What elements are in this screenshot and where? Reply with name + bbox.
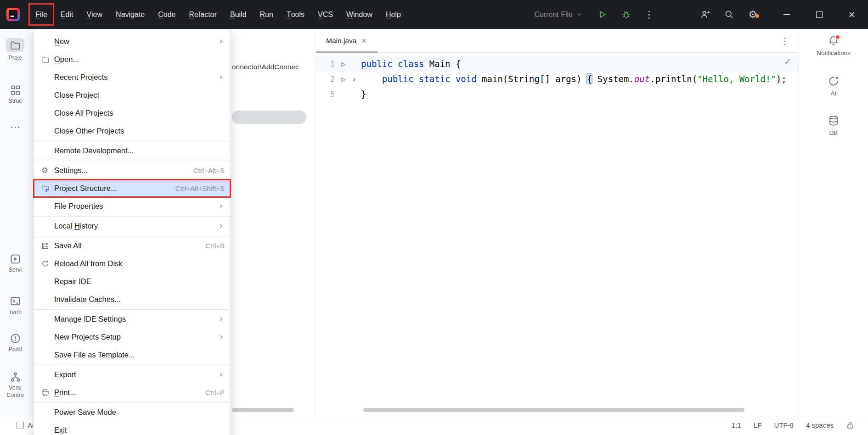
minimize-button[interactable]: [770, 0, 803, 29]
tool-window-button-structure[interactable]: Struc: [0, 85, 30, 105]
code-line: 2▷› public static void main(String[] arg…: [316, 72, 799, 87]
menu-item-local-history[interactable]: Local History: [34, 217, 231, 235]
menu-refactor[interactable]: Refactor: [183, 5, 222, 24]
menu-item-file-properties[interactable]: File Properties: [34, 197, 231, 215]
menu-item-label: Export: [54, 370, 76, 379]
menu-edit[interactable]: Edit: [55, 5, 79, 24]
line-number[interactable]: 2: [316, 72, 335, 87]
printer-icon: [41, 389, 54, 396]
menu-item-exit[interactable]: Exit: [34, 421, 231, 435]
file-encoding[interactable]: UTF-8: [774, 421, 794, 429]
editor-options-icon[interactable]: ⋮: [780, 35, 789, 46]
line-number[interactable]: 1: [316, 56, 335, 72]
code-line: 1▷public class Main {: [316, 56, 799, 72]
tool-window-button-ai-assistant[interactable]: AI: [799, 76, 868, 97]
menu-item-label: Project Structure...: [54, 184, 117, 193]
menu-item-reload-all-from-disk[interactable]: Reload All from Disk: [34, 255, 231, 273]
tool-window-button-notifications[interactable]: Notifications: [799, 35, 868, 56]
menu-item-new-projects-setup[interactable]: New Projects Setup: [34, 328, 231, 346]
tab-main-java[interactable]: Main.java ×: [316, 29, 378, 53]
menu-separator: [34, 402, 231, 403]
menu-item-recent-projects[interactable]: Recent Projects: [34, 68, 231, 86]
menu-item-label: Repair IDE: [54, 277, 91, 286]
gutter-fold-slot: [349, 87, 359, 102]
tool-window-label: DB: [829, 129, 838, 136]
menu-item-settings[interactable]: ⚙Settings...Ctrl+Alt+S: [34, 162, 231, 179]
menu-window[interactable]: Window: [341, 5, 378, 24]
project-horizontal-scrollbar[interactable]: [232, 408, 294, 412]
menu-help[interactable]: Help: [380, 5, 406, 24]
menu-item-open[interactable]: Open...: [34, 50, 231, 68]
tool-window-label: Proje: [8, 55, 22, 62]
menu-item-project-structure[interactable]: Project Structure...Ctrl+Alt+Shift+S: [34, 179, 231, 197]
editor-horizontal-scrollbar[interactable]: [363, 408, 744, 412]
right-tool-strip: NotificationsAIDB: [799, 29, 868, 415]
run-line-icon[interactable]: ▷: [338, 72, 349, 87]
save-icon: [41, 242, 54, 250]
indent-config[interactable]: 4 spaces: [806, 421, 834, 429]
chevron-right-icon: [218, 371, 225, 378]
close-tab-icon[interactable]: ×: [361, 37, 366, 45]
menu-view[interactable]: View: [81, 5, 108, 24]
menu-item-manage-ide-settings[interactable]: Manage IDE Settings: [34, 310, 231, 328]
menu-tools[interactable]: Tools: [281, 5, 310, 24]
code-with-me-icon[interactable]: [699, 10, 710, 19]
fold-chevron-icon[interactable]: ›: [349, 72, 359, 87]
caret-position[interactable]: 1:1: [732, 421, 741, 429]
intellij-logo-mark: [11, 16, 14, 17]
menu-item-repair-ide[interactable]: Repair IDE: [34, 273, 231, 290]
menu-build[interactable]: Build: [225, 5, 252, 24]
tool-window-button-problems[interactable]: Probl: [0, 333, 30, 353]
tool-window-label: Notifications: [817, 50, 851, 56]
code-text: public static void main(String[] args) {…: [361, 72, 787, 87]
tool-window-button-more-tool-windows[interactable]: ⋯: [0, 122, 30, 132]
menu-item-close-all-projects[interactable]: Close All Projects: [34, 104, 231, 122]
tool-window-label: AI: [831, 90, 837, 97]
menu-item-close-project[interactable]: Close Project: [34, 86, 231, 104]
menu-item-print[interactable]: Print...Ctrl+P: [34, 384, 231, 402]
tool-window-button-project[interactable]: Proje: [0, 38, 30, 62]
menu-vcs[interactable]: VCS: [312, 5, 338, 24]
search-icon[interactable]: [723, 10, 734, 19]
run-button[interactable]: [597, 10, 608, 19]
line-separator[interactable]: LF: [754, 421, 762, 429]
menu-item-label: Print...: [54, 388, 76, 397]
menu-separator: [34, 365, 231, 365]
menu-run[interactable]: Run: [254, 5, 279, 24]
menu-separator: [34, 141, 231, 141]
menu-item-remote-development[interactable]: Remote Development...: [34, 142, 231, 160]
tool-window-button-version-control[interactable]: Versi Contro: [0, 372, 30, 399]
project-tree-item[interactable]: onnector\AddConnec: [232, 63, 316, 74]
tool-window-button-services[interactable]: Servi: [0, 254, 30, 274]
close-button[interactable]: ×: [835, 0, 868, 29]
inspections-check-icon[interactable]: ✓: [784, 56, 791, 67]
menu-item-label: Remote Development...: [54, 146, 134, 155]
menu-item-close-other-projects[interactable]: Close Other Projects: [34, 122, 231, 140]
menu-item-new[interactable]: New: [34, 33, 231, 50]
tool-window-label: Term: [9, 309, 22, 316]
readonly-lock-icon[interactable]: [846, 421, 854, 429]
maximize-button[interactable]: [803, 0, 835, 29]
code-text: public class Main {: [361, 56, 461, 72]
loading-placeholder: [232, 111, 306, 124]
menu-item-save-all[interactable]: Save AllCtrl+S: [34, 237, 231, 255]
chevron-right-icon: [218, 223, 225, 229]
menu-item-invalidate-caches[interactable]: Invalidate Caches...: [34, 290, 231, 308]
debug-button[interactable]: [620, 10, 631, 19]
menu-item-save-file-as-template[interactable]: Save File as Template...: [34, 346, 231, 364]
tool-window-button-database[interactable]: DB: [799, 115, 868, 136]
maximize-icon: [816, 11, 823, 18]
menu-code[interactable]: Code: [152, 5, 181, 24]
menu-file[interactable]: File: [30, 5, 53, 24]
run-line-icon[interactable]: ▷: [338, 56, 349, 72]
settings-gear-icon[interactable]: ⚙: [747, 10, 758, 20]
menu-navigate[interactable]: Navigate: [110, 5, 150, 24]
code-editor[interactable]: 1▷public class Main {2▷› public static v…: [316, 53, 799, 415]
intellij-logo[interactable]: [6, 8, 20, 21]
menu-item-power-save-mode[interactable]: Power Save Mode: [34, 403, 231, 421]
more-actions-icon[interactable]: ⋮: [644, 9, 654, 20]
menu-item-export[interactable]: Export: [34, 366, 231, 384]
run-configuration-selector[interactable]: Current File: [534, 11, 583, 19]
tool-window-button-terminal[interactable]: Term: [0, 296, 30, 316]
line-number[interactable]: 5: [316, 87, 335, 102]
